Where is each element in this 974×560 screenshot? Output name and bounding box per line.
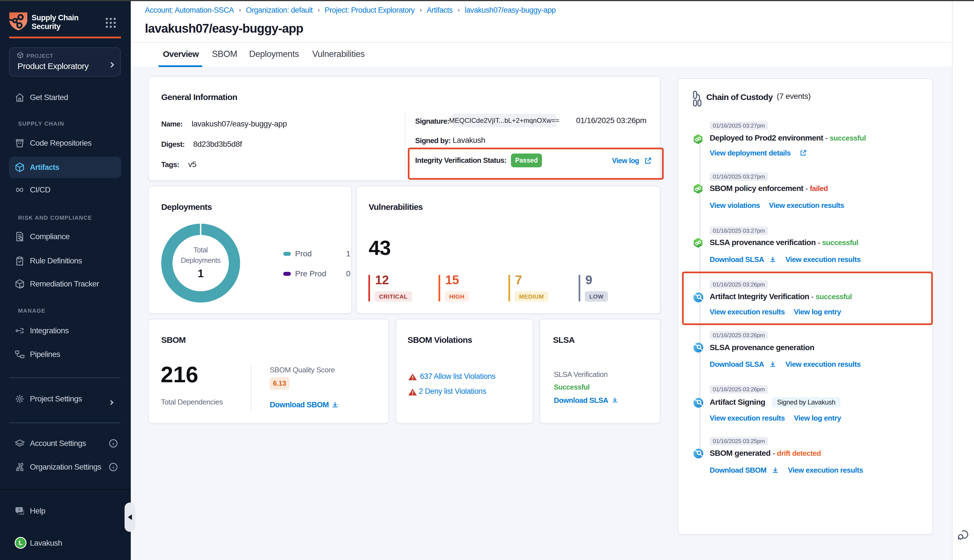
svg-text:?: ? [18,508,20,512]
